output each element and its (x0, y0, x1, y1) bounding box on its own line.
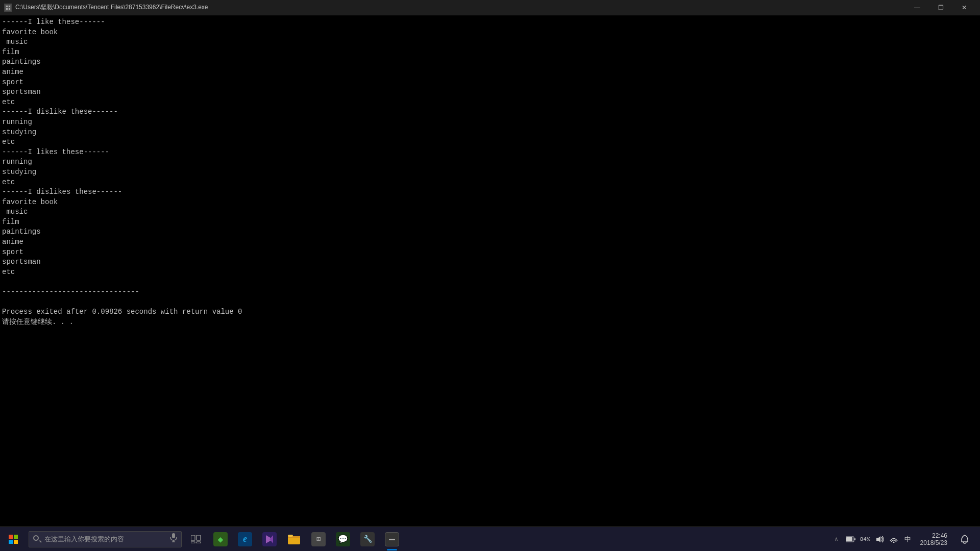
mic-icon[interactable] (170, 533, 177, 545)
svg-rect-6 (14, 535, 18, 539)
console-line: film (2, 217, 978, 228)
system-tray: ∧ 84% 中 (830, 527, 980, 552)
volume-icon[interactable] (873, 533, 886, 545)
console-line: sportsman (2, 257, 978, 267)
svg-rect-3 (6, 8, 8, 10)
clock-date: 2018/5/23 (920, 539, 947, 546)
battery-icon[interactable] (845, 533, 857, 545)
console-line: music (2, 207, 978, 217)
svg-rect-14 (191, 542, 195, 543)
title-bar: C:\Users\坚毅\Documents\Tencent Files\2871… (0, 0, 980, 15)
console-line: ------I like these------ (2, 17, 978, 28)
show-hidden-icon[interactable]: ∧ (830, 533, 843, 545)
svg-rect-23 (854, 538, 855, 540)
console-line: etc (2, 267, 978, 278)
console-line: paintings (2, 57, 978, 67)
console-line: -------------------------------- (2, 287, 978, 297)
taskbar-app-ie[interactable]: e (233, 527, 257, 552)
console-line: sportsman (2, 87, 978, 97)
svg-rect-22 (846, 537, 852, 541)
svg-rect-12 (191, 535, 195, 540)
console-line: running (2, 157, 978, 167)
start-button[interactable] (0, 527, 27, 552)
console-line: studying (2, 128, 978, 138)
console-line: ------I dislike these------ (2, 107, 978, 117)
maximize-button[interactable]: ❐ (929, 0, 952, 15)
console-line: sport (2, 247, 978, 258)
console-line: favorite book (2, 28, 978, 38)
svg-rect-2 (9, 6, 10, 7)
svg-rect-20 (288, 535, 293, 537)
svg-rect-8 (14, 540, 18, 544)
svg-marker-17 (270, 535, 273, 543)
console-line: favorite book (2, 197, 978, 208)
title-bar-left: C:\Users\坚毅\Documents\Tencent Files\2871… (4, 3, 208, 12)
system-clock[interactable]: 22:46 2018/5/23 (916, 532, 951, 546)
svg-rect-13 (197, 535, 201, 540)
console-line: anime (2, 67, 978, 78)
taskbar-app-green[interactable]: ◆ (208, 527, 233, 552)
svg-point-25 (893, 541, 894, 543)
svg-rect-7 (9, 540, 13, 544)
svg-rect-9 (172, 533, 175, 538)
svg-rect-5 (9, 535, 13, 539)
console-line (2, 297, 978, 308)
svg-rect-15 (197, 542, 201, 543)
notification-center[interactable] (953, 527, 976, 552)
minimize-button[interactable]: — (905, 0, 929, 15)
console-line: sport (2, 78, 978, 88)
console-line (2, 277, 978, 287)
clock-time: 22:46 (920, 532, 947, 539)
taskbar-app-misc2[interactable]: 🔧 (355, 527, 380, 552)
console-line: anime (2, 237, 978, 247)
taskbar-apps: ◆ e (208, 527, 404, 552)
console-line: paintings (2, 227, 978, 237)
svg-rect-1 (6, 6, 8, 7)
network-icon[interactable] (888, 533, 900, 545)
svg-rect-4 (9, 8, 10, 10)
console-line: music (2, 37, 978, 47)
console-output: ------I like these------favorite book mu… (0, 15, 980, 527)
taskbar-app-misc1[interactable]: ⊞ (306, 527, 331, 552)
console-line: etc (2, 137, 978, 147)
taskbar-app-visual-studio[interactable] (257, 527, 282, 552)
battery-percent: 84% (859, 533, 871, 545)
window-controls: — ❐ ✕ (905, 0, 976, 15)
svg-rect-0 (5, 5, 11, 11)
console-line: running (2, 117, 978, 128)
console-line: studying (2, 167, 978, 178)
svg-marker-24 (876, 536, 880, 542)
app-icon (4, 4, 12, 12)
window-title: C:\Users\坚毅\Documents\Tencent Files\2871… (15, 3, 208, 12)
console-line: Process exited after 0.09826 seconds wit… (2, 307, 978, 317)
search-placeholder: 在这里输入你要搜索的内容 (44, 535, 124, 544)
search-box[interactable]: 在这里输入你要搜索的内容 (29, 531, 182, 547)
console-line: film (2, 47, 978, 58)
console-line: ------I dislikes these------ (2, 187, 978, 197)
console-line: ------I likes these------ (2, 147, 978, 158)
task-view-button[interactable] (184, 527, 208, 552)
console-line: etc (2, 97, 978, 108)
input-method-icon[interactable]: 中 (902, 533, 914, 545)
taskbar-app-explorer[interactable] (282, 527, 306, 552)
close-button[interactable]: ✕ (952, 0, 976, 15)
taskbar-app-terminal[interactable]: ▬▬ (380, 527, 404, 552)
taskbar: 在这里输入你要搜索的内容 ◆ e (0, 527, 980, 551)
console-line: etc (2, 178, 978, 188)
taskbar-app-chat[interactable]: 💬 (331, 527, 355, 552)
console-line: 请按任意键继续. . . (2, 317, 978, 328)
